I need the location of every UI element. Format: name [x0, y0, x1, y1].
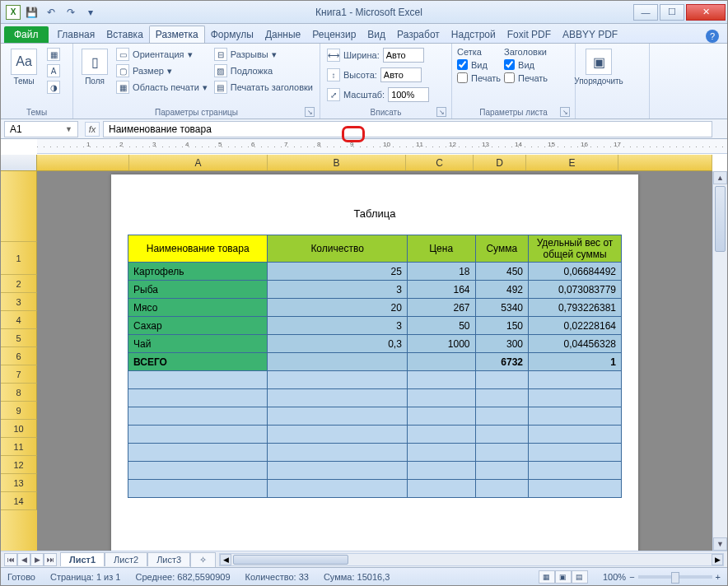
group-sheet-options-label: Параметры листа↘	[457, 106, 570, 119]
scroll-thumb[interactable]	[715, 186, 726, 252]
height-input[interactable]	[380, 67, 422, 82]
fx-button[interactable]: fx	[85, 122, 100, 137]
sheet-canvas[interactable]: Таблица Наименование товара Количество Ц…	[37, 171, 712, 551]
row-12[interactable]: 12	[1, 456, 37, 474]
orientation-button[interactable]: ▭Ориентация ▾	[114, 47, 209, 62]
row-3[interactable]: 3	[1, 293, 37, 311]
page-setup-launcher[interactable]: ↘	[305, 107, 315, 117]
undo-button[interactable]: ↶	[42, 4, 60, 21]
tab-last-icon[interactable]: ⏭	[44, 553, 57, 566]
zoom-out-button[interactable]: −	[629, 572, 634, 582]
row-14[interactable]: 14	[1, 492, 37, 510]
new-sheet-button[interactable]: ✧	[190, 552, 216, 567]
sheet-tab-1[interactable]: Лист1	[60, 552, 105, 566]
horizontal-scrollbar[interactable]: ◀ ▶	[219, 553, 724, 566]
vertical-scrollbar[interactable]: ▲ ▼	[712, 171, 727, 551]
background-button[interactable]: ▨Подложка	[212, 63, 315, 78]
breaks-button[interactable]: ⊟Разрывы ▾	[212, 47, 315, 62]
tab-insert[interactable]: Вставка	[100, 26, 149, 43]
help-icon[interactable]: ?	[706, 30, 719, 43]
colors-button[interactable]: ▦	[45, 47, 62, 62]
gridlines-print-checkbox[interactable]: Печать	[457, 72, 501, 83]
col-C[interactable]: C	[406, 155, 474, 170]
zoom-level[interactable]: 100%	[603, 572, 626, 582]
gridlines-view-checkbox[interactable]: Вид	[457, 59, 501, 70]
normal-view-button[interactable]: ▦	[539, 570, 555, 584]
tab-view[interactable]: Вид	[362, 26, 391, 43]
headings-view-checkbox[interactable]: Вид	[504, 59, 548, 70]
row-13[interactable]: 13	[1, 474, 37, 492]
row-8[interactable]: 8	[1, 384, 37, 402]
name-box[interactable]: A1▼	[4, 121, 78, 137]
close-button[interactable]: ✕	[686, 4, 726, 21]
col-D[interactable]: D	[474, 155, 526, 170]
row-4[interactable]: 4	[1, 311, 37, 329]
arrange-button[interactable]: ▣ Упорядочить	[581, 45, 617, 86]
print-area-button[interactable]: ▦Область печати ▾	[114, 80, 209, 95]
excel-icon[interactable]: X	[6, 5, 21, 20]
row-10[interactable]: 10	[1, 420, 37, 438]
row-5[interactable]: 5	[1, 329, 37, 347]
tab-page-layout[interactable]: Разметка	[149, 26, 205, 43]
sheet-tab-3[interactable]: Лист3	[147, 552, 190, 566]
scale-launcher[interactable]: ↘	[436, 107, 446, 117]
page-break-view-button[interactable]: ▤	[572, 570, 588, 584]
print-titles-button[interactable]: ▤Печатать заголовки	[212, 80, 315, 95]
tab-next-icon[interactable]: ▶	[30, 553, 44, 566]
redo-button[interactable]: ↷	[62, 4, 80, 21]
scroll-up-icon[interactable]: ▲	[713, 171, 727, 184]
zoom-slider[interactable]	[638, 575, 712, 579]
themes-button[interactable]: Aa Темы	[6, 45, 42, 86]
row-11[interactable]: 11	[1, 438, 37, 456]
formula-input[interactable]	[103, 121, 712, 137]
tab-data[interactable]: Данные	[259, 26, 306, 43]
row-2[interactable]: 2	[1, 275, 37, 293]
tab-addins[interactable]: Надстрой	[446, 26, 502, 43]
col-B[interactable]: B	[268, 155, 406, 170]
save-button[interactable]: 💾	[22, 4, 40, 21]
tab-formulas[interactable]: Формулы	[205, 26, 259, 43]
scale-input[interactable]	[388, 87, 429, 102]
maximize-button[interactable]: ☐	[660, 4, 684, 21]
fonts-button[interactable]: A	[45, 63, 62, 78]
width-input[interactable]	[383, 48, 424, 63]
row-9[interactable]: 9	[1, 402, 37, 420]
sheet-tab-2[interactable]: Лист2	[105, 552, 147, 566]
tab-file[interactable]: Файл	[4, 26, 49, 43]
width-row: ⟷Ширина:	[325, 47, 431, 63]
data-table[interactable]: Наименование товара Количество Цена Сумм…	[128, 235, 622, 498]
row-1[interactable]: 1	[1, 242, 37, 275]
zoom-in-button[interactable]: +	[716, 572, 721, 582]
tab-first-icon[interactable]: ⏮	[4, 553, 17, 566]
status-count: Количество: 33	[245, 572, 309, 582]
scroll-left-icon[interactable]: ◀	[220, 554, 231, 565]
hscroll-thumb[interactable]	[233, 555, 348, 565]
height-row: ↕Высота:	[325, 67, 431, 83]
row-7[interactable]: 7	[1, 365, 37, 384]
colors-icon: ▦	[47, 48, 60, 61]
sheet-options-launcher[interactable]: ↘	[560, 107, 570, 117]
scroll-right-icon[interactable]: ▶	[712, 554, 723, 565]
tab-prev-icon[interactable]: ◀	[17, 553, 30, 566]
page-layout-view-button[interactable]: ▣	[555, 570, 572, 584]
table-row	[128, 407, 622, 426]
select-all-corner[interactable]	[1, 155, 37, 171]
effects-button[interactable]: ◑	[45, 80, 62, 95]
group-themes-label: Темы	[6, 106, 68, 119]
margins-button[interactable]: ▯ Поля	[78, 45, 111, 86]
col-E[interactable]: E	[526, 155, 618, 170]
name-box-dropdown-icon[interactable]: ▼	[65, 125, 72, 133]
size-button[interactable]: ▢Размер ▾	[114, 63, 209, 78]
qat-customize-icon[interactable]: ▾	[82, 4, 100, 21]
tab-review[interactable]: Рецензир	[306, 26, 362, 43]
tab-abbyy[interactable]: ABBYY PDF	[557, 26, 623, 43]
headings-print-checkbox[interactable]: Печать	[504, 72, 548, 83]
tab-home[interactable]: Главная	[52, 26, 101, 43]
scroll-down-icon[interactable]: ▼	[713, 537, 727, 551]
table-title: Таблица	[128, 207, 622, 220]
minimize-button[interactable]: —	[633, 4, 658, 21]
row-6[interactable]: 6	[1, 347, 37, 365]
col-A[interactable]: A	[129, 155, 268, 170]
tab-developer[interactable]: Разработ	[391, 26, 446, 43]
tab-foxit[interactable]: Foxit PDF	[502, 26, 557, 43]
